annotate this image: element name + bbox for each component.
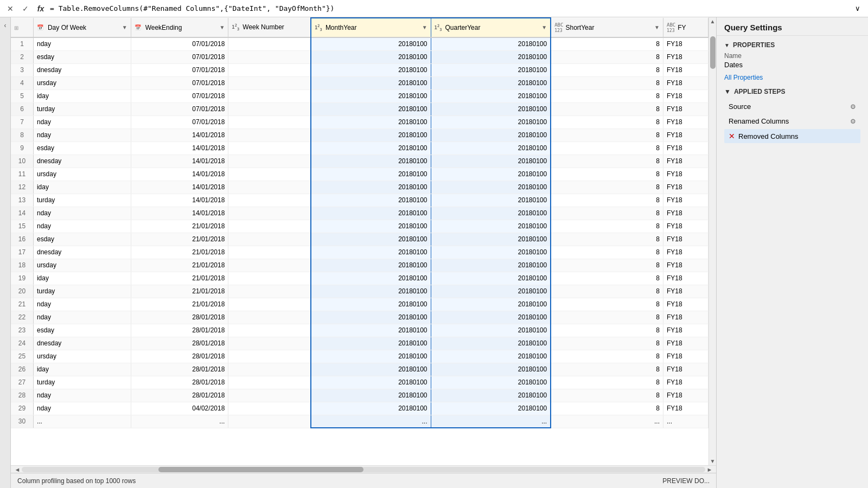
cell-fy: FY18 xyxy=(663,76,709,89)
cell-quarteryear: 20180100 xyxy=(431,76,551,89)
col-header-fy[interactable]: ABC123 FY xyxy=(663,18,709,37)
cell-shortyear: 8 xyxy=(551,76,663,89)
cell-fy: FY18 xyxy=(663,324,709,337)
cell-weeknumber xyxy=(228,402,311,415)
vertical-scrollbar[interactable]: ▲ ▼ xyxy=(709,17,716,465)
step-gear-icon-source[interactable]: ⚙ xyxy=(850,103,856,111)
row-number-cell: 24 xyxy=(11,337,33,350)
cell-monthyear: 20180100 xyxy=(311,324,431,337)
grid-area: ⊞ 📅 Day Of Week ▼ xyxy=(11,17,716,488)
cell-monthyear: 20180100 xyxy=(311,389,431,402)
cell-quarteryear: 20180100 xyxy=(431,350,551,363)
table-row: 16esday21/01/201820180100201801008FY18 xyxy=(11,233,709,246)
cell-monthyear: 20180100 xyxy=(311,272,431,285)
all-properties-link[interactable]: All Properties xyxy=(724,74,763,81)
cell-shortyear: 8 xyxy=(551,142,663,155)
cell-weeknumber xyxy=(228,259,311,272)
formula-confirm-button[interactable]: ✓ xyxy=(20,3,31,15)
formula-cancel-button[interactable]: ✕ xyxy=(4,3,16,15)
cell-shortyear: 8 xyxy=(551,402,663,415)
cell-weekending: 21/01/2018 xyxy=(131,272,228,285)
cell-dayofweek: nday xyxy=(33,115,131,129)
cell-weekending: 14/01/2018 xyxy=(131,207,228,220)
row-number-cell: 17 xyxy=(11,246,33,259)
cell-weeknumber xyxy=(228,337,311,350)
cell-fy: FY18 xyxy=(663,246,709,259)
applied-steps-section: ▼ APPLIED STEPS Source ⚙ Renamed Columns… xyxy=(717,85,868,488)
cell-shortyear: 8 xyxy=(551,115,663,129)
cell-quarteryear: 20180100 xyxy=(431,324,551,337)
col-header-monthyear[interactable]: 123 MonthYear ▼ xyxy=(311,18,431,37)
cell-shortyear: 8 xyxy=(551,272,663,285)
cell-monthyear: 20180100 xyxy=(311,207,431,220)
scroll-right-arrow[interactable]: ► xyxy=(705,466,714,473)
col-filter-dayofweek[interactable]: ▼ xyxy=(122,24,127,30)
cell-shortyear: 8 xyxy=(551,37,663,50)
cell-quarteryear: 20180100 xyxy=(431,194,551,207)
row-number-cell: 26 xyxy=(11,363,33,376)
cell-quarteryear: 20180100 xyxy=(431,50,551,63)
cell-fy: FY18 xyxy=(663,402,709,415)
col-name-monthyear: MonthYear xyxy=(326,24,420,31)
cell-dayofweek: nday xyxy=(33,129,131,142)
col-icon-fy: ABC123 xyxy=(667,22,675,33)
col-name-quarteryear: QuarterYear xyxy=(445,24,540,31)
cell-weeknumber xyxy=(228,181,311,194)
scroll-up-arrow[interactable]: ▲ xyxy=(709,17,716,25)
col-name-weekending: WeekEnding xyxy=(145,24,218,31)
table-row: 26iday28/01/201820180100201801008FY18 xyxy=(11,363,709,376)
left-collapse-button[interactable]: ‹ xyxy=(0,17,11,488)
horizontal-scrollbar[interactable] xyxy=(22,467,705,472)
applied-steps-title: ▼ APPLIED STEPS xyxy=(724,88,860,95)
cell-weekending: 04/02/2018 xyxy=(131,402,228,415)
cell-fy: FY18 xyxy=(663,129,709,142)
col-header-quarteryear[interactable]: 123 QuarterYear ▼ xyxy=(431,18,551,37)
preview-mode-text: PREVIEW DO... xyxy=(662,477,710,485)
cell-weeknumber xyxy=(228,272,311,285)
table-scroll-container[interactable]: ⊞ 📅 Day Of Week ▼ xyxy=(11,17,709,465)
step-gear-icon-renamed[interactable]: ⚙ xyxy=(850,118,856,125)
scroll-left-arrow[interactable]: ◄ xyxy=(13,466,22,473)
cell-shortyear: 8 xyxy=(551,129,663,142)
cell-weeknumber xyxy=(228,102,311,115)
cell-weeknumber xyxy=(228,220,311,233)
cell-monthyear: 20180100 xyxy=(311,311,431,324)
cell-monthyear: 20180100 xyxy=(311,376,431,389)
cell-quarteryear: 20180100 xyxy=(431,246,551,259)
col-header-weeknumber[interactable]: 123 Week Number xyxy=(228,18,311,37)
cell-weekending: 07/01/2018 xyxy=(131,115,228,129)
col-header-shortyear[interactable]: ABC123 ShortYear ▼ xyxy=(551,18,663,37)
cell-fy: FY18 xyxy=(663,376,709,389)
row-number-header: ⊞ xyxy=(11,18,33,37)
col-filter-monthyear[interactable]: ▼ xyxy=(422,24,427,30)
cell-weekending: 07/01/2018 xyxy=(131,63,228,76)
cell-shortyear: 8 xyxy=(551,337,663,350)
cell-weekending: 14/01/2018 xyxy=(131,142,228,155)
formula-expand-button[interactable]: ∨ xyxy=(852,3,864,15)
cell-shortyear: 8 xyxy=(551,207,663,220)
table-row: 2esday07/01/201820180100201801008FY18 xyxy=(11,50,709,63)
cell-shortyear: 8 xyxy=(551,233,663,246)
scroll-down-arrow[interactable]: ▼ xyxy=(709,457,716,465)
horizontal-scroll-thumb[interactable] xyxy=(158,467,363,472)
query-settings-title: Query Settings xyxy=(724,23,782,32)
scroll-thumb[interactable] xyxy=(710,36,716,69)
col-filter-shortyear[interactable]: ▼ xyxy=(654,24,660,30)
properties-section-title: ▼ PROPERTIES xyxy=(724,41,860,49)
step-item-source[interactable]: Source ⚙ xyxy=(724,100,860,113)
row-number-cell: 14 xyxy=(11,207,33,220)
col-filter-quarteryear[interactable]: ▼ xyxy=(541,24,547,30)
table-row: 8nday14/01/201820180100201801008FY18 xyxy=(11,129,709,142)
cell-monthyear: 20180100 xyxy=(311,129,431,142)
col-filter-weekending[interactable]: ▼ xyxy=(219,24,225,30)
grid-scroll-wrapper: ⊞ 📅 Day Of Week ▼ xyxy=(11,17,716,465)
cell-dayofweek: esday xyxy=(33,142,131,155)
cell-weekending: 21/01/2018 xyxy=(131,259,228,272)
cell-quarteryear: 20180100 xyxy=(431,115,551,129)
cell-shortyear: 8 xyxy=(551,376,663,389)
step-item-renamed-columns[interactable]: Renamed Columns ⚙ xyxy=(724,114,860,128)
cell-fy: FY18 xyxy=(663,168,709,181)
col-header-dayofweek[interactable]: 📅 Day Of Week ▼ xyxy=(33,18,131,37)
step-item-removed-columns[interactable]: ✕ Removed Columns xyxy=(724,129,860,143)
col-header-weekending[interactable]: 📅 WeekEnding ▼ xyxy=(131,18,228,37)
